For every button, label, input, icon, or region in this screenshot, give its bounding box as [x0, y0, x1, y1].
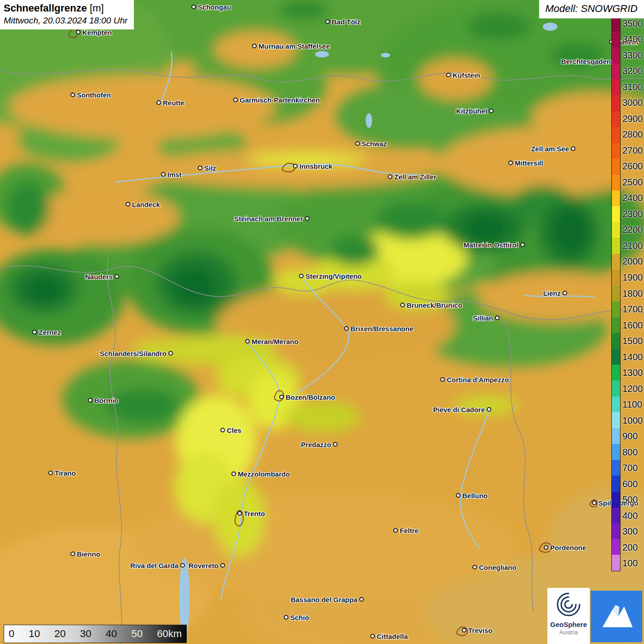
colorbar-tick-label: 2400	[622, 190, 643, 207]
colorbar-segment	[612, 380, 620, 396]
city-dot	[400, 303, 405, 307]
colorbar-tick-label: 2700	[622, 143, 643, 159]
colorbar-segment	[612, 476, 620, 491]
city-label: Nauders	[85, 273, 113, 281]
city-label: Pieve di Cadore	[433, 406, 485, 414]
colorbar-tick-label: 1000	[622, 413, 643, 429]
model-label: Modell: SNOWGRID	[539, 0, 644, 18]
city-dot	[571, 146, 575, 151]
city-dot	[456, 493, 460, 498]
colorbar-segment	[612, 206, 620, 222]
scalebar-label: 50	[131, 628, 142, 640]
colorbar-labels: 3500340033003200310030002900280027002600…	[622, 16, 643, 571]
city-dot	[462, 628, 466, 632]
colorbar-tick-label: 3200	[622, 63, 643, 80]
city-dot	[168, 351, 173, 356]
city-dot	[88, 398, 92, 402]
colorbar-segment	[612, 286, 620, 301]
scalebar-label: 10	[29, 628, 40, 640]
city-dot	[76, 30, 80, 34]
city-label: Cortina d'Ampezzo	[447, 376, 509, 384]
city-label: Lienz	[543, 289, 561, 297]
city-label: Schlanders/Silandro	[100, 350, 167, 357]
colorbar	[611, 16, 621, 571]
colorbar-tick-label: 3100	[622, 79, 643, 95]
city-dot	[472, 565, 477, 569]
city-dot	[220, 428, 225, 432]
colorbar-segment	[612, 301, 620, 317]
city-label: Silz	[204, 164, 216, 172]
mountain-icon	[597, 597, 636, 636]
city-label: Feltre	[400, 527, 419, 535]
city-label: Steinach am Brenner	[234, 215, 303, 223]
city-label: Treviso	[468, 627, 493, 634]
city-dot	[305, 216, 310, 221]
colorbar-tick-label: 2900	[622, 111, 643, 127]
city-dot	[237, 511, 242, 516]
colorbar-segment	[612, 32, 620, 47]
city-dot	[48, 471, 53, 475]
city-dot	[126, 202, 130, 207]
city-label: Zernez	[39, 328, 61, 336]
title-unit: [m]	[90, 2, 104, 14]
city-label: Innsbruck	[299, 162, 333, 170]
city-dot	[115, 274, 119, 279]
city-dot	[508, 161, 513, 165]
city-layer: SchongauBad TölzKemptenMurnau am Staffel…	[0, 0, 644, 644]
colorbar-segment	[612, 428, 620, 444]
colorbar-tick-label: 3400	[622, 32, 643, 48]
page-title: Schneefallgrenze [m]	[4, 2, 127, 14]
city-dot	[220, 563, 225, 568]
city-dot	[198, 166, 202, 170]
colorbar-segment	[612, 444, 620, 460]
city-dot	[156, 100, 161, 105]
city-dot	[284, 615, 288, 620]
city-label: Mezzolombardo	[238, 470, 290, 478]
city-label: Bad Tölz	[332, 18, 361, 26]
colorbar-segment	[612, 555, 620, 570]
city-label: Zell am Ziller	[394, 173, 437, 181]
colorbar-segment	[612, 397, 620, 412]
city-label: Kufstein	[453, 71, 480, 79]
colorbar-segment	[612, 270, 620, 285]
scalebar-label: 40	[106, 628, 117, 640]
city-dot	[495, 316, 500, 320]
colorbar-tick-label: 1900	[622, 270, 643, 286]
city-dot	[299, 274, 304, 278]
scalebar-label: 60km	[157, 628, 182, 640]
city-label: Imst	[167, 171, 182, 178]
city-dot	[446, 73, 451, 77]
colorbar-tick-label: 2100	[622, 238, 643, 254]
colorbar-segment	[612, 317, 620, 333]
city-label: Kempten	[82, 29, 112, 36]
city-label: Bormio	[94, 397, 119, 404]
colorbar-tick-label: 2800	[622, 127, 643, 143]
city-dot	[359, 597, 364, 602]
colorbar-tick-label: 200	[622, 540, 643, 556]
city-label: Murnau am Staffelsee	[259, 42, 330, 50]
city-label: Garmisch-Partenkirchen	[240, 96, 320, 104]
city-dot	[161, 172, 166, 177]
colorbar-segment	[612, 143, 620, 159]
colorbar-segment	[612, 95, 620, 111]
city-label: Rovereto	[189, 562, 218, 569]
colorbar-segment	[612, 523, 620, 539]
city-label: Conegliano	[479, 564, 517, 571]
colorbar-tick-label: 700	[622, 460, 643, 476]
colorbar-segment	[612, 333, 620, 349]
city-dot	[279, 395, 284, 399]
valid-time-label: Mittwoch, 20.03.2024 18:00 Uhr	[4, 16, 127, 26]
colorbar-tick-label: 500	[622, 492, 643, 508]
map-title-box: Schneefallgrenze [m] Mittwoch, 20.03.202…	[0, 0, 134, 29]
city-label: Brixen/Bressanone	[351, 325, 414, 333]
city-dot	[563, 291, 567, 295]
city-dot	[325, 19, 330, 24]
colorbar-tick-label: 2300	[622, 206, 643, 222]
city-label: Sillian	[473, 314, 493, 322]
colorbar-segment	[612, 111, 620, 127]
city-label: Bassano del Grappa	[291, 596, 357, 604]
colorbar-segment	[612, 412, 620, 428]
city-dot	[370, 634, 375, 638]
city-label: Riva del Garda	[130, 562, 178, 569]
scalebar-label: 0	[9, 628, 14, 640]
